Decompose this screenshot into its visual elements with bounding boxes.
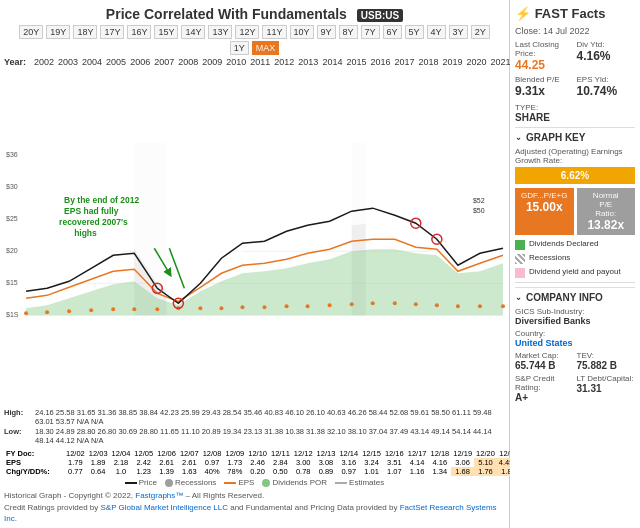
nav-9y[interactable]: 9Y [317,25,336,39]
data-table: FY Doc: 12/0212/0312/0412/0512/0612/0712… [4,449,505,476]
lt-debt-value: 31.31 [577,383,636,394]
div-yield-value: 4.16% [577,49,636,63]
nav-8y[interactable]: 8Y [339,25,358,39]
divider-2 [515,282,635,283]
legend-estimates: Estimates [335,478,384,487]
svg-text:EPS had fully: EPS had fully [64,206,119,216]
chart-title: Price Correlated With Fundamentals USB:U… [4,6,505,22]
svg-point-29 [306,304,310,308]
low-row: Low: 18.30 24.89 28.80 26.80 30.69 28.80… [4,427,505,445]
eps-yield-cell: EPS Yld: 10.74% [577,75,636,98]
co-metrics-grid: Market Cap: 65.744 B TEV: 75.882 B [515,351,635,371]
nav-15y[interactable]: 15Y [154,25,178,39]
svg-point-26 [240,305,244,309]
graph-key-title: GRAPH KEY [515,132,635,143]
tev-cell: TEV: 75.882 B [577,351,636,371]
nav-10y[interactable]: 10Y [290,25,314,39]
gk-dividend-yield: Dividend yield and payout [515,267,635,278]
legend-row: Price Recessions EPS Dividends POR Estim… [4,478,505,487]
close-date: Close: 14 Jul 2022 [515,26,635,36]
svg-point-35 [435,303,439,307]
svg-text:$50: $50 [473,207,485,214]
legend-estimates-line [335,482,347,484]
normal-pe-value: 13.82x [587,218,624,232]
svg-text:$36: $36 [6,151,18,158]
legend-eps-line [224,482,236,484]
svg-point-18 [67,309,71,313]
market-cap-value: 65.744 B [515,360,574,371]
svg-point-24 [198,306,202,310]
year-row: Year: 2002200320042005200620072008200920… [4,57,505,67]
svg-text:recovered 2007's: recovered 2007's [59,217,128,227]
nav-16y[interactable]: 16Y [127,25,151,39]
svg-text:$30: $30 [6,183,18,190]
svg-text:$1S: $1S [6,311,19,318]
factset-link[interactable]: FactSet Research Systems Inc [4,503,497,523]
ff-icon: ⚡ [515,6,531,21]
tev-value: 75.882 B [577,360,636,371]
nav-4y[interactable]: 4Y [427,25,446,39]
svg-point-32 [371,301,375,305]
normal-pe-cell: Normal P/E Ratio: 13.82x [577,188,636,235]
svg-point-30 [328,303,332,307]
pe-row: GDF...P/E+G 15.00x Normal P/E Ratio: 13.… [515,188,635,235]
svg-text:$25: $25 [6,215,18,222]
svg-point-27 [263,305,267,309]
fastgraphs-link[interactable]: Fastgraphs™ [135,491,183,500]
sp-link[interactable]: S&P Global Market Intelligence LLC [101,503,228,512]
chart-area: Price Correlated With Fundamentals USB:U… [0,0,510,528]
div-yield-cell: Div Ytd: 4.16% [577,40,636,72]
legend-recessions-dot [165,479,173,487]
nav-18y[interactable]: 18Y [73,25,97,39]
recessions-swatch [515,254,525,264]
country-row: Country: United States [515,329,635,348]
nav-6y[interactable]: 6Y [383,25,402,39]
nav-2y[interactable]: 2Y [471,25,490,39]
gk-recessions: Recessions [515,253,635,264]
svg-point-25 [219,306,223,310]
legend-dividends: Dividends POR [262,478,327,487]
earnings-growth-value: 6.62% [515,167,635,184]
nav-13y[interactable]: 13Y [208,25,232,39]
nav-11y[interactable]: 11Y [262,25,286,39]
svg-point-37 [478,304,482,308]
high-low-row: High: 24.16 25.58 31.65 31.36 38.85 38.8… [4,408,505,426]
nav-19y[interactable]: 19Y [46,25,70,39]
svg-point-19 [89,308,93,312]
svg-point-22 [155,307,159,311]
svg-text:$15: $15 [6,279,18,286]
svg-point-36 [456,304,460,308]
gdf-pe-cell: GDF...P/E+G 15.00x [515,188,574,235]
svg-text:$20: $20 [6,247,18,254]
market-cap-cell: Market Cap: 65.744 B [515,351,574,371]
nav-14y[interactable]: 14Y [181,25,205,39]
svg-point-20 [111,307,115,311]
nav-3y[interactable]: 3Y [449,25,468,39]
nav-17y[interactable]: 17Y [100,25,124,39]
gics-value: Diversified Banks [515,316,635,326]
legend-recessions: Recessions [165,478,216,487]
svg-point-21 [132,307,136,311]
nav-max[interactable]: MAX [252,41,280,55]
fast-facts-title: ⚡ FAST Facts [515,6,635,21]
sp-credit-value: A+ [515,392,574,403]
nav-20y[interactable]: 20Y [19,25,43,39]
year-list: 2002200320042005200620072008200920102011… [34,57,583,67]
svg-text:By the end of 2012: By the end of 2012 [64,195,139,205]
time-nav-bottom: 1Y MAX [4,41,505,55]
blended-pe-value: 9.31x [515,84,574,98]
ff-metrics-grid: Last Closing Price: 44.25 Div Ytd: 4.16%… [515,40,635,98]
right-panel: ⚡ FAST Facts Close: 14 Jul 2022 Last Clo… [510,0,640,528]
legend-eps: EPS [224,478,254,487]
company-info-section: COMPANY INFO GICS Sub-Industry: Diversif… [515,287,635,403]
svg-point-17 [45,310,49,314]
svg-point-16 [24,311,28,315]
nav-5y[interactable]: 5Y [405,25,424,39]
time-nav-top: 20Y 19Y 18Y 17Y 16Y 15Y 14Y 13Y 12Y 11Y … [4,25,505,39]
svg-text:highs: highs [74,228,97,238]
nav-12y[interactable]: 12Y [235,25,259,39]
chart-footer: Historical Graph - Copyright © 2022, Fas… [4,490,505,524]
nav-1y[interactable]: 1Y [230,41,249,55]
nav-7y[interactable]: 7Y [361,25,380,39]
earnings-growth-label: Adjusted (Operating) Earnings Growth Rat… [515,147,635,165]
